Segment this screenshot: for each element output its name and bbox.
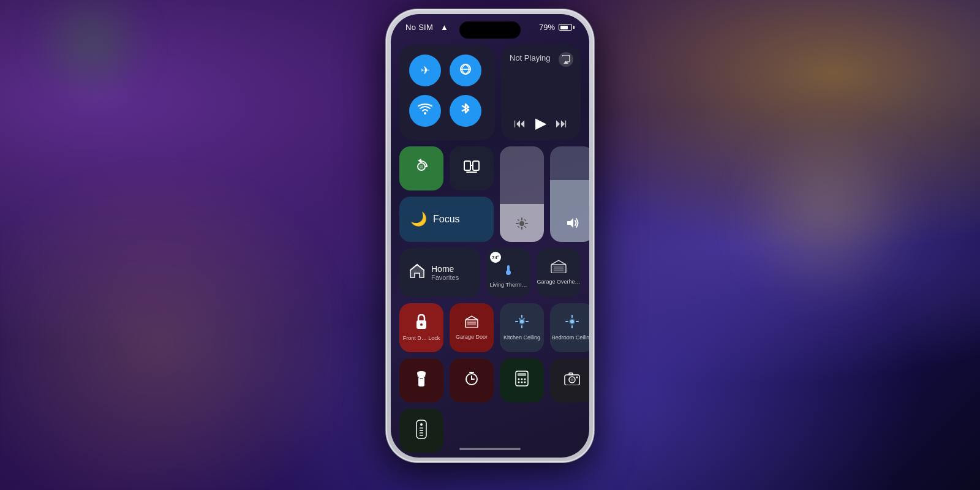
plant-blur [31, 0, 153, 104]
battery-fill [560, 26, 568, 29]
focus-button[interactable]: 🌙 Focus [399, 197, 494, 242]
svg-rect-31 [420, 378, 423, 379]
phone-stand: No SIM ▲ 79% [374, 0, 606, 490]
timer-icon [464, 371, 479, 390]
svg-rect-16 [507, 265, 510, 272]
wifi-button[interactable] [409, 95, 441, 127]
garage-door-icon [465, 315, 478, 331]
bedroom-label: Bedroom Ceiling [552, 334, 589, 341]
svg-line-14 [518, 227, 519, 228]
prev-button[interactable]: ⏮ [514, 116, 526, 130]
mid-block: 🌙 Focus [399, 146, 581, 242]
svg-rect-5 [473, 161, 479, 170]
home-indicator [459, 448, 521, 450]
calculator-button[interactable] [500, 358, 544, 402]
kitchen-ceiling-button[interactable]: Kitchen Ceiling [500, 303, 544, 352]
focus-label: Focus [433, 214, 460, 225]
airplay-button[interactable] [559, 52, 573, 67]
svg-line-13 [525, 220, 526, 221]
battery-percent: 79% [539, 23, 555, 32]
hand-area [0, 123, 392, 490]
now-playing-tile: Not Playing ⏮ ▶ ⏭ [501, 45, 581, 140]
remote-icon [415, 420, 428, 442]
next-button[interactable]: ⏭ [556, 116, 568, 130]
garage-door-button[interactable]: Garage Door [450, 303, 494, 352]
thermostat-label: Living Therm… [490, 282, 527, 288]
brightness-icon [516, 217, 528, 233]
svg-rect-34 [518, 373, 526, 376]
utilities-row [399, 358, 581, 402]
moon-icon: 🌙 [410, 211, 427, 227]
camera-button[interactable] [550, 358, 589, 402]
svg-point-36 [521, 379, 523, 380]
flashlight-icon [416, 371, 427, 390]
rotation-lock-icon [413, 159, 429, 178]
dynamic-island [459, 21, 521, 39]
svg-point-38 [518, 382, 520, 383]
cellular-button[interactable] [450, 55, 481, 86]
screen-rotation-button[interactable] [399, 146, 443, 190]
phone-screen: No SIM ▲ 79% [391, 14, 589, 458]
cellular-icon [459, 62, 472, 79]
carrier-label: No SIM ▲ [405, 23, 448, 32]
smart-home-row: Front D… Lock Garage Door [399, 303, 581, 352]
brightness-slider[interactable] [500, 146, 544, 242]
svg-point-22 [420, 323, 423, 326]
svg-rect-44 [569, 373, 573, 375]
thermostat-icon [502, 263, 515, 279]
wifi-icon [418, 104, 432, 119]
airplane-mode-button[interactable]: ✈ [409, 55, 441, 86]
svg-point-45 [576, 377, 578, 379]
thermostat-button[interactable]: 74° Living Therm… [486, 248, 530, 297]
bluetooth-button[interactable] [450, 95, 481, 127]
svg-point-40 [524, 382, 526, 383]
bedroom-ceiling-icon [565, 315, 579, 332]
svg-point-1 [424, 112, 426, 115]
camera-icon [564, 372, 580, 389]
timer-button[interactable] [450, 358, 494, 402]
svg-point-35 [518, 379, 520, 380]
control-center: ✈ [399, 45, 581, 433]
front-door-lock-button[interactable]: Front D… Lock [399, 303, 443, 352]
svg-point-43 [571, 379, 574, 382]
home-row: Home Favorites 74° Living [399, 248, 581, 297]
battery-body [559, 24, 572, 31]
svg-point-27 [520, 320, 524, 323]
garage-label: Garage Overhe… [537, 279, 580, 285]
connectivity-tile: ✈ [399, 45, 495, 140]
volume-icon [565, 216, 579, 233]
remote-button[interactable] [399, 409, 443, 453]
svg-point-39 [521, 382, 523, 383]
svg-line-12 [525, 227, 526, 228]
wifi-status-icon: ▲ [440, 23, 448, 32]
now-playing-controls: ⏮ ▶ ⏭ [510, 115, 572, 132]
flashlight-button[interactable] [399, 358, 443, 402]
home-text: Home Favorites [431, 264, 459, 281]
front-door-lock-icon [415, 314, 428, 333]
small-button-row [399, 146, 494, 190]
home-favorites-button[interactable]: Home Favorites [399, 248, 480, 297]
play-button[interactable]: ▶ [535, 115, 546, 132]
svg-rect-48 [420, 428, 423, 429]
screen-mirror-button[interactable] [450, 146, 494, 190]
volume-slider[interactable] [550, 146, 589, 242]
bluetooth-icon [461, 103, 470, 119]
svg-line-11 [518, 220, 519, 221]
battery-area: 79% [539, 23, 575, 32]
garage-door-label: Garage Door [456, 334, 488, 341]
phone-body: No SIM ▲ 79% [386, 9, 594, 462]
garage-button[interactable]: Garage Overhe… [537, 248, 581, 297]
home-sub: Favorites [431, 274, 459, 281]
top-tiles-row: ✈ [399, 45, 581, 140]
svg-rect-4 [464, 161, 470, 170]
battery-tip [573, 26, 575, 29]
svg-rect-51 [420, 435, 423, 436]
right-bokeh [735, 123, 919, 306]
svg-point-37 [524, 379, 526, 380]
svg-rect-50 [420, 432, 423, 434]
mirror-icon [464, 160, 480, 177]
bedroom-ceiling-button[interactable]: Bedroom Ceiling [550, 303, 589, 352]
kitchen-ceiling-icon [515, 315, 529, 332]
svg-point-29 [570, 320, 574, 323]
svg-rect-3 [420, 165, 423, 168]
